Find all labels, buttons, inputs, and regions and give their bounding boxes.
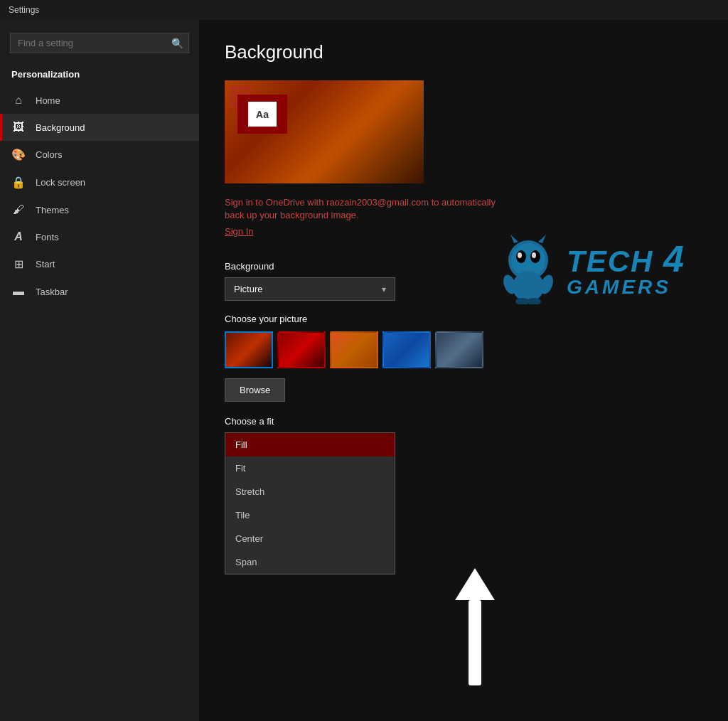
sidebar-item-fonts[interactable]: A Fonts	[0, 223, 199, 250]
start-icon: ⊞	[11, 257, 26, 271]
sidebar-item-home[interactable]: ⌂ Home	[0, 87, 199, 114]
sidebar-item-themes-label: Themes	[36, 205, 69, 215]
arrow-head	[455, 568, 495, 600]
onedrive-notice: Sign in to OneDrive with raozain2003@gma…	[225, 196, 509, 222]
background-type-dropdown[interactable]: Picture ▾	[225, 277, 395, 301]
search-icon: 🔍	[171, 38, 183, 49]
sidebar-item-themes[interactable]: 🖌 Themes	[0, 196, 199, 223]
fit-option-fit[interactable]: Fit	[225, 456, 395, 480]
sidebar-item-background-label: Background	[36, 122, 85, 133]
watermark-gamers: GAMERS	[567, 277, 685, 297]
fit-option-center[interactable]: Center	[225, 527, 395, 550]
colors-icon: 🎨	[11, 148, 26, 161]
sidebar-item-lock-screen[interactable]: 🔒 Lock screen	[0, 169, 199, 196]
picture-thumb-2[interactable]	[277, 331, 326, 368]
sidebar-item-start[interactable]: ⊞ Start	[0, 250, 199, 278]
fit-option-tile[interactable]: Tile	[225, 503, 395, 527]
title-bar: Settings	[0, 0, 728, 20]
choose-fit-label: Choose a fit	[225, 416, 702, 427]
choose-picture-label: Choose your picture	[225, 314, 702, 324]
svg-marker-7	[538, 235, 546, 243]
content-area: Background Aa Sign in to OneDrive with r…	[199, 20, 728, 721]
svg-point-4	[518, 252, 522, 258]
sidebar-item-colors[interactable]: 🎨 Colors	[0, 141, 199, 169]
sidebar: 🔍 Personalization ⌂ Home 🖼 Background 🎨 …	[0, 20, 199, 721]
preview-aa-text: Aa	[248, 102, 277, 127]
picture-thumb-4[interactable]	[382, 331, 431, 368]
background-icon: 🖼	[11, 121, 26, 134]
preview-theme-tile: Aa	[237, 95, 287, 134]
sidebar-item-start-label: Start	[36, 259, 55, 269]
arrow-annotation	[455, 568, 495, 685]
fit-option-span[interactable]: Span	[225, 550, 395, 574]
watermark: TECH 4 GAMERS	[500, 233, 685, 304]
mascot-svg	[500, 233, 557, 304]
background-type-value: Picture	[234, 284, 262, 294]
page-title: Background	[225, 41, 702, 63]
main-layout: 🔍 Personalization ⌂ Home 🖼 Background 🎨 …	[0, 20, 728, 721]
svg-point-5	[532, 252, 536, 258]
background-preview: Aa	[225, 80, 424, 183]
fit-dropdown: Fill Fit Stretch Tile Center Span	[225, 432, 395, 575]
sidebar-item-home-label: Home	[36, 95, 60, 106]
preview-icon-1	[230, 86, 252, 90]
sidebar-item-taskbar-label: Taskbar	[36, 287, 68, 297]
picture-grid	[225, 331, 702, 368]
home-icon: ⌂	[11, 94, 26, 107]
preview-bg: Aa	[225, 80, 424, 183]
title-bar-label: Settings	[9, 5, 39, 15]
browse-button[interactable]: Browse	[225, 378, 285, 402]
arrow-shaft	[469, 600, 481, 685]
sidebar-item-taskbar[interactable]: ▬ Taskbar	[0, 278, 199, 305]
watermark-text: TECH 4 GAMERS	[567, 240, 685, 297]
picture-thumb-3[interactable]	[330, 331, 378, 368]
watermark-tech4: TECH 4	[567, 240, 685, 277]
sidebar-item-fonts-label: Fonts	[36, 232, 59, 242]
search-input[interactable]	[10, 33, 189, 53]
svg-point-8	[513, 271, 544, 302]
picture-thumb-1[interactable]	[225, 331, 273, 368]
sign-in-link[interactable]: Sign In	[225, 226, 253, 237]
themes-icon: 🖌	[11, 203, 26, 216]
sidebar-item-colors-label: Colors	[36, 149, 63, 160]
sidebar-section-title: Personalization	[0, 65, 199, 87]
svg-marker-6	[510, 235, 518, 243]
picture-thumb-5[interactable]	[435, 331, 483, 368]
lock-icon: 🔒	[11, 176, 26, 189]
search-container: 🔍	[10, 33, 189, 53]
chevron-down-icon: ▾	[382, 284, 386, 294]
fit-option-stretch[interactable]: Stretch	[225, 480, 395, 503]
fit-option-fill[interactable]: Fill	[225, 433, 395, 456]
fonts-icon: A	[11, 230, 26, 243]
taskbar-icon: ▬	[11, 285, 26, 298]
sidebar-item-background[interactable]: 🖼 Background	[0, 114, 199, 141]
sidebar-item-lock-screen-label: Lock screen	[36, 177, 85, 188]
